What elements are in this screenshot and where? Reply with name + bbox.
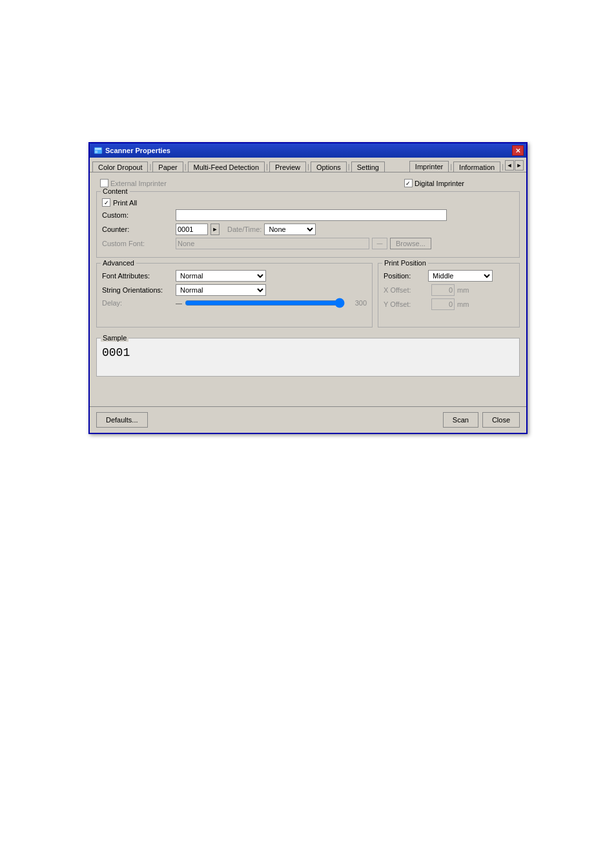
imprinter-row: External Imprinter Digital Imprinter xyxy=(96,178,520,191)
tab-bar: Color Dropout | Paper | Multi-Feed Detec… xyxy=(90,158,526,172)
custom-font-row: Custom Font: — Browse... xyxy=(102,238,514,249)
font-attributes-row: Font Attributes: Normal xyxy=(102,270,367,282)
position-row: Position: Middle xyxy=(384,270,514,282)
external-imprinter-checkbox[interactable] xyxy=(100,179,108,187)
window-title: Scanner Properties xyxy=(105,147,170,154)
content-area: External Imprinter Digital Imprinter Con… xyxy=(90,172,526,406)
custom-font-label: Custom Font: xyxy=(102,240,173,247)
advanced-group-title: Advanced xyxy=(101,259,136,267)
counter-input[interactable]: 0001 xyxy=(176,224,208,235)
delay-label: Delay: xyxy=(102,299,173,307)
footer-area: Defaults... Scan Close xyxy=(90,406,526,433)
footer-right-buttons: Scan Close xyxy=(443,412,520,428)
tab-nav-buttons: ◄ ► xyxy=(505,160,524,172)
digital-imprinter-label: Digital Imprinter xyxy=(404,179,464,187)
title-bar: Scanner Properties ✕ xyxy=(90,143,526,158)
position-select[interactable]: Middle xyxy=(428,270,493,282)
sample-group-box: Sample 0001 xyxy=(96,338,520,377)
y-offset-unit: mm xyxy=(457,300,469,308)
digital-imprinter-text: Digital Imprinter xyxy=(415,180,464,187)
tab-multifeed[interactable]: Multi-Feed Detection xyxy=(188,161,265,172)
tab-setting[interactable]: Setting xyxy=(351,161,385,172)
y-offset-label: Y Offset: xyxy=(384,300,429,308)
tab-scroll-right-button[interactable]: ► xyxy=(515,160,524,171)
font-attributes-select[interactable]: Normal xyxy=(176,270,266,282)
digital-imprinter-checkbox[interactable] xyxy=(404,179,413,187)
string-orientations-row: String Orientations: Normal xyxy=(102,284,367,296)
svg-rect-1 xyxy=(95,148,101,150)
string-orientations-label: String Orientations: xyxy=(102,286,173,294)
print-position-column: Print Position Position: Middle X Offset… xyxy=(378,263,520,328)
sample-value: 0001 xyxy=(102,341,514,359)
custom-font-input[interactable] xyxy=(176,238,369,249)
tab-color-dropout[interactable]: Color Dropout xyxy=(92,161,148,172)
tab-preview[interactable]: Preview xyxy=(269,161,306,172)
print-all-checkbox[interactable] xyxy=(102,198,110,207)
y-offset-input[interactable] xyxy=(431,298,455,310)
print-position-group-title: Print Position xyxy=(382,259,428,267)
delay-value: 300 xyxy=(347,299,367,307)
y-offset-row: Y Offset: mm xyxy=(384,298,514,310)
advanced-print-position-row: Advanced Font Attributes: Normal String … xyxy=(96,263,520,328)
external-imprinter-text: External Imprinter xyxy=(110,180,167,187)
font-small-button[interactable]: — xyxy=(372,238,387,249)
font-attributes-label: Font Attributes: xyxy=(102,272,173,280)
browse-button[interactable]: Browse... xyxy=(390,238,431,249)
scan-button[interactable]: Scan xyxy=(443,412,478,428)
x-offset-row: X Offset: mm xyxy=(384,284,514,296)
page-background: Scanner Properties ✕ Color Dropout | Pap… xyxy=(0,0,616,863)
custom-font-controls: — Browse... xyxy=(176,238,514,249)
x-offset-unit: mm xyxy=(457,286,469,294)
counter-label: Counter: xyxy=(102,225,173,233)
sample-group-title: Sample xyxy=(101,334,128,342)
print-position-group-box: Print Position Position: Middle X Offset… xyxy=(378,263,520,328)
delay-slider[interactable] xyxy=(185,298,345,307)
delay-slider-container: — 300 xyxy=(176,298,367,307)
tab-information[interactable]: Information xyxy=(453,161,500,172)
tab-options[interactable]: Options xyxy=(311,161,347,172)
print-all-label: Print All xyxy=(113,199,137,207)
external-imprinter-label: External Imprinter xyxy=(100,179,167,187)
tab-imprinter[interactable]: Imprinter xyxy=(409,161,449,172)
x-offset-input[interactable] xyxy=(431,284,455,296)
datetime-select[interactable]: None xyxy=(264,224,316,235)
custom-input[interactable] xyxy=(176,209,447,221)
close-button[interactable]: Close xyxy=(482,412,520,428)
counter-controls: 0001 ► xyxy=(176,224,220,235)
close-window-button[interactable]: ✕ xyxy=(512,145,524,156)
counter-row: Counter: 0001 ► Date/Time: None xyxy=(102,224,514,235)
custom-label: Custom: xyxy=(102,211,173,219)
scanner-properties-window: Scanner Properties ✕ Color Dropout | Pap… xyxy=(88,142,528,434)
advanced-group-box: Advanced Font Attributes: Normal String … xyxy=(96,263,373,328)
x-offset-label: X Offset: xyxy=(384,286,429,294)
tab-scroll-left-button[interactable]: ◄ xyxy=(505,160,514,171)
content-group-box: Content Print All Custom: Counter: 0001 xyxy=(96,191,520,258)
delay-row: Delay: — 300 xyxy=(102,298,367,307)
tab-paper[interactable]: Paper xyxy=(152,161,183,172)
content-group-title: Content xyxy=(101,187,130,195)
custom-row: Custom: xyxy=(102,209,514,221)
string-orientations-select[interactable]: Normal xyxy=(176,284,266,296)
window-icon xyxy=(94,146,103,155)
svg-rect-2 xyxy=(95,151,98,153)
advanced-column: Advanced Font Attributes: Normal String … xyxy=(96,263,373,328)
print-all-row: Print All xyxy=(102,198,514,207)
datetime-label: Date/Time: xyxy=(227,225,262,233)
defaults-button[interactable]: Defaults... xyxy=(96,412,148,428)
position-label: Position: xyxy=(384,272,426,280)
counter-arrow-button[interactable]: ► xyxy=(210,224,220,235)
title-bar-left: Scanner Properties xyxy=(94,146,170,155)
